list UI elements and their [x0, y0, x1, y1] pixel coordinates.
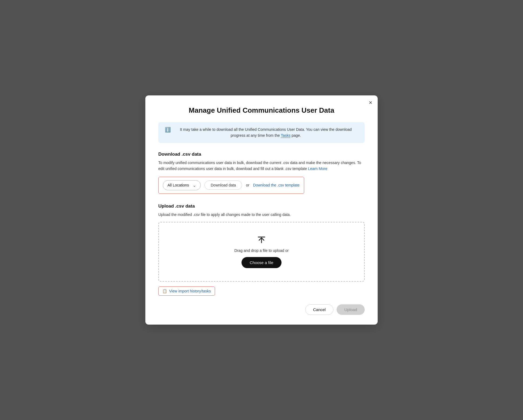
close-button[interactable]: ×: [369, 100, 372, 106]
view-history-link[interactable]: 📋 View import history/tasks: [158, 286, 215, 296]
download-row: All Locations ⌄ Download data or Downloa…: [158, 177, 304, 194]
or-separator: or: [246, 183, 249, 187]
info-banner: ℹ️ It may take a while to download all t…: [158, 122, 365, 143]
history-icon: 📋: [162, 289, 167, 293]
download-template-link[interactable]: Download the .csv template: [253, 183, 300, 187]
footer-actions: Cancel Upload: [158, 304, 365, 315]
cancel-button[interactable]: Cancel: [305, 304, 334, 315]
upload-section-desc: Upload the modified .csv file to apply a…: [158, 212, 365, 218]
upload-section-title: Upload .csv data: [158, 204, 365, 209]
download-section: Download .csv data To modify unified com…: [158, 152, 365, 204]
location-label: All Locations: [167, 183, 189, 187]
upload-icon: [257, 235, 266, 245]
info-icon: ℹ️: [165, 127, 171, 133]
modal-dialog: × Manage Unified Communications User Dat…: [145, 95, 378, 325]
view-history-label: View import history/tasks: [169, 289, 211, 293]
download-section-title: Download .csv data: [158, 152, 365, 157]
download-section-desc: To modify unified communications user da…: [158, 160, 365, 172]
location-dropdown[interactable]: All Locations ⌄: [163, 180, 201, 190]
chevron-down-icon: ⌄: [193, 183, 196, 188]
upload-arrow-svg: [257, 235, 266, 245]
upload-section: Upload .csv data Upload the modified .cs…: [158, 204, 365, 302]
file-dropzone[interactable]: Drag and drop a file to upload or Choose…: [158, 222, 365, 282]
modal-title: Manage Unified Communications User Data: [158, 106, 365, 115]
learn-more-link[interactable]: Learn More: [308, 166, 327, 171]
download-data-button[interactable]: Download data: [204, 181, 242, 190]
choose-file-button[interactable]: Choose a file: [242, 257, 281, 268]
modal-overlay: × Manage Unified Communications User Dat…: [0, 0, 523, 420]
upload-button[interactable]: Upload: [337, 304, 365, 315]
info-banner-text: It may take a while to download all the …: [173, 126, 358, 139]
tasks-link[interactable]: Tasks: [281, 133, 290, 138]
drag-drop-text: Drag and drop a file to upload or: [164, 248, 359, 253]
